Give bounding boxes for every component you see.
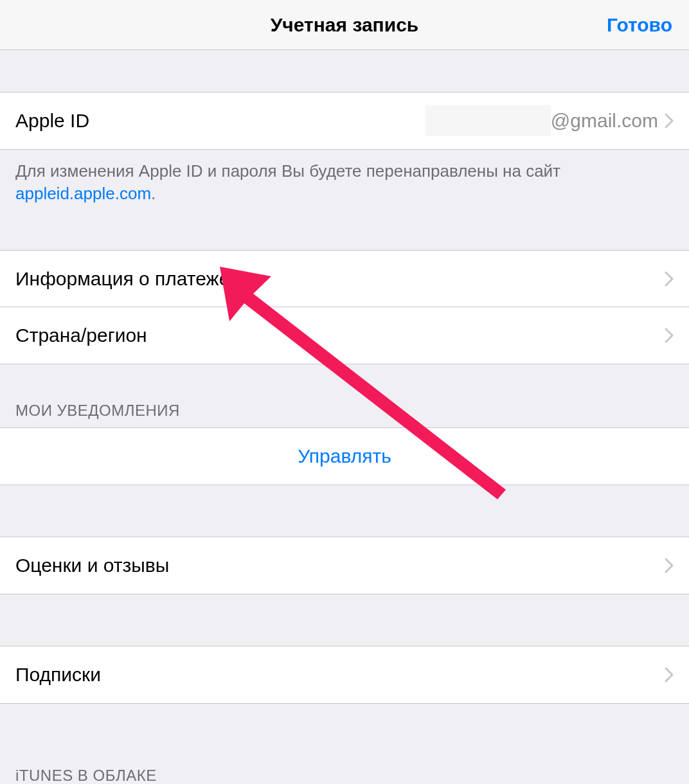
footer-text-before: Для изменения Apple ID и пароля Вы будет… [15,161,560,181]
apple-id-value: @gmail.com [425,105,658,136]
country-region-right [665,328,674,343]
payment-group: Информация о платеже Страна/регион [0,250,689,364]
apple-id-footer: Для изменения Apple ID и пароля Вы будет… [0,150,689,205]
page-title: Учетная запись [271,14,419,36]
ratings-group: Оценки и отзывы [0,537,689,594]
payment-info-row[interactable]: Информация о платеже [0,251,689,307]
ratings-reviews-label: Оценки и отзывы [15,555,169,576]
footer-text-after: . [151,184,156,203]
chevron-right-icon [665,113,674,129]
apple-id-group: Apple ID @gmail.com [0,92,689,150]
apple-id-label: Apple ID [15,110,89,132]
ratings-reviews-right [665,558,674,573]
manage-row[interactable]: Управлять [0,428,689,485]
chevron-right-icon [665,667,674,682]
apple-id-value-suffix: @gmail.com [551,110,658,132]
country-region-label: Страна/регион [15,325,147,346]
country-region-row[interactable]: Страна/регион [0,307,689,364]
subscriptions-label: Подписки [15,664,101,686]
done-button[interactable]: Готово [607,14,672,36]
chevron-right-icon [665,558,674,573]
navbar: Учетная запись Готово [0,0,689,50]
appleid-link[interactable]: appleid.apple.com [15,184,151,203]
section-spacer [0,704,689,767]
subscriptions-group: Подписки [0,646,689,704]
chevron-right-icon [665,271,674,287]
section-spacer [0,485,689,537]
subscriptions-right [665,667,674,682]
section-spacer [0,50,689,92]
subscriptions-row[interactable]: Подписки [0,646,689,703]
icloud-header: iTUNES В ОБЛАКЕ [0,767,689,784]
redacted-email-prefix [425,105,551,136]
apple-id-row[interactable]: Apple ID @gmail.com [0,93,689,149]
payment-info-label: Информация о платеже [15,268,229,290]
chevron-right-icon [665,328,674,343]
ratings-reviews-row[interactable]: Оценки и отзывы [0,537,689,594]
section-spacer [0,594,689,646]
apple-id-right: @gmail.com [425,105,674,136]
notifications-header: МОИ УВЕДОМЛЕНИЯ [0,364,689,427]
notifications-group: Управлять [0,427,689,485]
manage-label: Управлять [298,445,391,467]
payment-info-right [665,271,674,287]
section-spacer [0,205,689,250]
